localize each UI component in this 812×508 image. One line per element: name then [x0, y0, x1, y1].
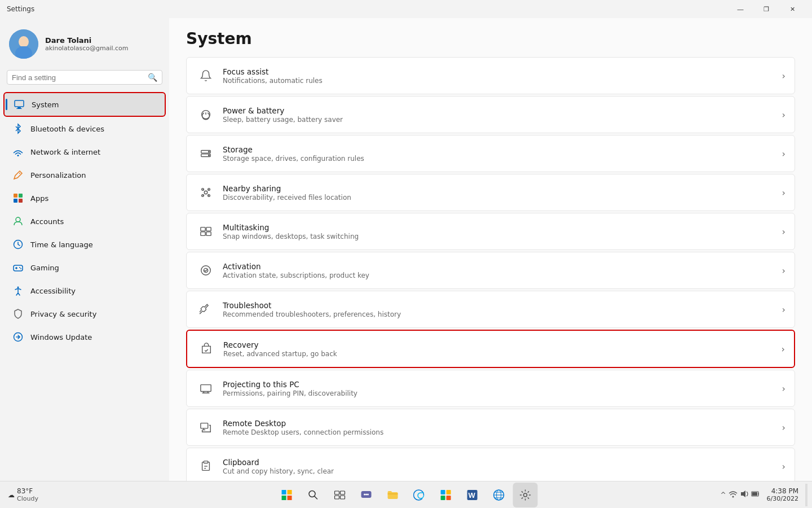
remote-desktop-text: Remote Desktop Remote Desktop users, con… [216, 419, 782, 436]
sidebar-item-label-privacy: Privacy & security [30, 310, 96, 318]
clock-time: 4:38 PM [767, 487, 798, 495]
sidebar-item-personalization[interactable]: Personalization [3, 164, 166, 186]
multitasking-text: Multitasking Snap windows, desktops, tas… [216, 223, 782, 240]
settings-row-remote-desktop[interactable]: Remote Desktop Remote Desktop users, con… [186, 409, 795, 446]
sidebar-item-accessibility[interactable]: Accessibility [3, 279, 166, 302]
remote-desktop-chevron: › [782, 422, 785, 433]
settings-row-recovery[interactable]: Recovery Reset, advanced startup, go bac… [186, 330, 795, 368]
remote-desktop-desc: Remote Desktop users, connection permiss… [223, 428, 775, 436]
power-desc: Sleep, battery usage, battery saver [223, 116, 775, 124]
svg-point-22 [17, 287, 19, 288]
projecting-icon [196, 378, 216, 398]
volume-tray-icon[interactable] [740, 489, 749, 500]
maximize-button[interactable]: ❐ [753, 0, 779, 18]
nearby-desc: Discoverability, received files location [223, 194, 775, 202]
search-icon: 🔍 [148, 73, 157, 82]
sidebar-item-system[interactable]: System [3, 92, 166, 117]
storage-icon [196, 143, 216, 164]
system-tray[interactable]: ^ [721, 489, 760, 500]
settings-list: Focus assist Notifications, automatic ru… [186, 57, 795, 481]
battery-tray-icon[interactable] [751, 489, 760, 500]
svg-rect-61 [441, 496, 445, 500]
user-email: akinolatolasco@gmail.com [45, 45, 129, 52]
svg-rect-52 [341, 491, 345, 494]
settings-row-projecting[interactable]: Projecting to this PC Permissions, pairi… [186, 370, 795, 407]
personalization-icon [12, 169, 24, 181]
sidebar-item-label-accounts: Accounts [30, 217, 64, 226]
store-button[interactable] [434, 483, 458, 507]
activation-icon [196, 260, 216, 281]
sidebar-item-accounts[interactable]: Accounts [3, 210, 166, 233]
weather-icon: ☁ [8, 491, 15, 499]
titlebar-controls: — ❐ ✕ [727, 0, 805, 18]
svg-rect-37 [206, 232, 211, 235]
show-desktop-button[interactable] [805, 484, 807, 506]
settings-row-multitasking[interactable]: Multitasking Snap windows, desktops, tas… [186, 213, 795, 250]
projecting-text: Projecting to this PC Permissions, pairi… [216, 380, 782, 397]
file-explorer-button[interactable] [381, 483, 405, 507]
gaming-icon [12, 262, 24, 273]
storage-desc: Storage space, drives, configuration rul… [223, 155, 775, 163]
sidebar-item-time[interactable]: Time & language [3, 233, 166, 256]
recovery-desc: Reset, advanced startup, go back [223, 350, 775, 358]
focus-assist-desc: Notifications, automatic rules [223, 77, 775, 85]
svg-rect-41 [201, 423, 208, 428]
svg-rect-47 [282, 496, 286, 500]
settings-row-storage[interactable]: Storage Storage space, drives, configura… [186, 135, 795, 172]
sidebar-item-label-accessibility: Accessibility [30, 287, 76, 295]
sidebar-item-privacy[interactable]: Privacy & security [3, 303, 166, 325]
power-text: Power & battery Sleep, battery usage, ba… [216, 106, 782, 124]
sidebar-item-label-personalization: Personalization [30, 171, 86, 179]
settings-row-clipboard[interactable]: Clipboard Cut and copy history, sync, cl… [186, 448, 795, 481]
power-chevron: › [782, 110, 785, 120]
clock[interactable]: 4:38 PM 6/30/2022 [764, 487, 802, 502]
power-title: Power & battery [223, 106, 775, 115]
svg-rect-46 [288, 490, 292, 494]
troubleshoot-chevron: › [782, 304, 785, 315]
settings-row-focus-assist[interactable]: Focus assist Notifications, automatic ru… [186, 57, 795, 94]
word-button[interactable]: W [460, 483, 485, 507]
start-button[interactable] [275, 483, 299, 507]
storage-chevron: › [782, 148, 785, 159]
sidebar-item-label-apps: Apps [30, 194, 48, 203]
svg-rect-42 [204, 461, 208, 463]
multitasking-icon [196, 221, 216, 242]
show-hidden-icon[interactable]: ^ [721, 491, 726, 499]
browser2-button[interactable] [487, 483, 511, 507]
settings-row-power[interactable]: Power & battery Sleep, battery usage, ba… [186, 96, 795, 133]
activation-text: Activation Activation state, subscriptio… [216, 262, 782, 279]
taskbar-left: ☁ 83°F Cloudy [5, 485, 42, 505]
chat-button[interactable] [354, 483, 379, 507]
svg-rect-6 [16, 108, 22, 109]
svg-point-27 [209, 151, 210, 152]
svg-point-9 [17, 155, 19, 156]
svg-rect-34 [201, 227, 205, 231]
settings-row-troubleshoot[interactable]: Troubleshoot Recommended troubleshooters… [186, 291, 795, 328]
search-input[interactable] [12, 73, 148, 82]
user-name: Dare Tolani [45, 36, 129, 45]
focus-assist-chevron: › [782, 71, 785, 81]
sidebar-item-update[interactable]: Windows Update [3, 326, 166, 348]
settings-row-nearby[interactable]: Nearby sharing Discoverability, received… [186, 174, 795, 211]
search-button[interactable] [301, 483, 326, 507]
storage-text: Storage Storage space, drives, configura… [216, 145, 782, 163]
recovery-chevron: › [782, 344, 785, 354]
sidebar-item-bluetooth[interactable]: Bluetooth & devices [3, 117, 166, 140]
user-profile[interactable]: Dare Tolani akinolatolasco@gmail.com [0, 18, 169, 68]
task-view-button[interactable] [328, 483, 352, 507]
svg-line-50 [315, 496, 317, 499]
minimize-button[interactable]: — [727, 0, 753, 18]
sidebar-item-label-update: Windows Update [30, 333, 92, 341]
sidebar-item-network[interactable]: Network & internet [3, 141, 166, 163]
weather-widget[interactable]: ☁ 83°F Cloudy [5, 485, 42, 505]
svg-point-28 [209, 155, 210, 156]
edge-button[interactable] [407, 483, 432, 507]
page-title: System [186, 29, 795, 48]
sidebar-item-gaming[interactable]: Gaming [3, 256, 166, 279]
settings-app-button[interactable] [513, 483, 538, 507]
settings-row-activation[interactable]: Activation Activation state, subscriptio… [186, 252, 795, 289]
close-button[interactable]: ✕ [779, 0, 805, 18]
network-tray-icon[interactable] [729, 489, 738, 500]
taskbar-center: W [275, 483, 538, 507]
sidebar-item-apps[interactable]: Apps [3, 187, 166, 209]
